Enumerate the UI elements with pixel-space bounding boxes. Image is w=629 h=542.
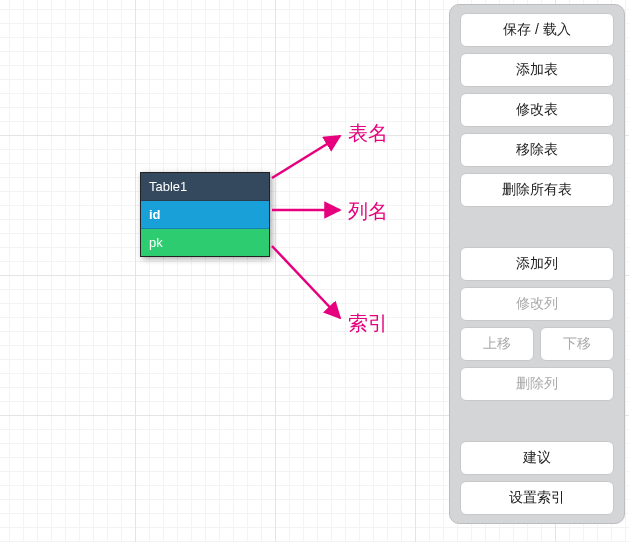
suggest-button[interactable]: 建议 xyxy=(460,441,614,475)
table-column-row[interactable]: id xyxy=(141,201,269,229)
remove-table-button[interactable]: 移除表 xyxy=(460,133,614,167)
set-index-button[interactable]: 设置索引 xyxy=(460,481,614,515)
add-column-button[interactable]: 添加列 xyxy=(460,247,614,281)
panel-spacer-2 xyxy=(460,407,614,435)
annotation-table-name: 表名 xyxy=(348,120,388,147)
remove-all-tables-button[interactable]: 删除所有表 xyxy=(460,173,614,207)
table-column-text: id xyxy=(149,207,161,222)
save-load-button[interactable]: 保存 / 载入 xyxy=(460,13,614,47)
table-card[interactable]: Table1 id pk xyxy=(140,172,270,257)
move-row: 上移 下移 xyxy=(460,327,614,361)
move-up-button[interactable]: 上移 xyxy=(460,327,534,361)
move-down-button[interactable]: 下移 xyxy=(540,327,614,361)
edit-table-button[interactable]: 修改表 xyxy=(460,93,614,127)
annotation-index-name: 索引 xyxy=(348,310,388,337)
table-index-text: pk xyxy=(149,235,163,250)
table-name-text: Table1 xyxy=(149,179,187,194)
panel-spacer xyxy=(460,213,614,241)
add-table-button[interactable]: 添加表 xyxy=(460,53,614,87)
annotation-column-name: 列名 xyxy=(348,198,388,225)
table-title-row[interactable]: Table1 xyxy=(141,173,269,201)
edit-column-button[interactable]: 修改列 xyxy=(460,287,614,321)
side-panel: 保存 / 载入 添加表 修改表 移除表 删除所有表 添加列 修改列 上移 下移 … xyxy=(449,4,625,524)
delete-column-button[interactable]: 删除列 xyxy=(460,367,614,401)
table-index-row[interactable]: pk xyxy=(141,229,269,256)
